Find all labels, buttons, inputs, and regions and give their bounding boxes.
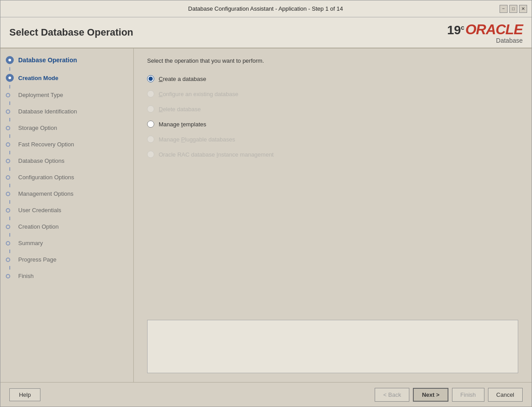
- sidebar-label-creation-mode: Creation Mode: [18, 75, 58, 81]
- sidebar-label-database-operation: Database Operation: [18, 56, 77, 64]
- sidebar-item-fast-recovery-option[interactable]: Fast Recovery Option: [0, 138, 133, 151]
- step-indicator-storage-option: [6, 126, 10, 130]
- sidebar-label-database-options: Database Options: [18, 157, 64, 164]
- sidebar-label-finish: Finish: [18, 273, 34, 279]
- connector: [9, 151, 10, 154]
- sidebar-item-storage-option[interactable]: Storage Option: [0, 121, 133, 134]
- step-indicator-deployment-type: [6, 93, 10, 97]
- bottom-right-controls: < Back Next > Finish Cancel: [375, 388, 523, 402]
- sidebar-label-fast-recovery-option: Fast Recovery Option: [18, 141, 74, 148]
- step-indicator-database-identification: [6, 109, 10, 114]
- connector: [9, 217, 10, 220]
- main-content: Database Operation Creation Mode Deploym…: [0, 48, 532, 382]
- radio-item-manage-pluggable[interactable]: Manage Pluggable databases: [147, 136, 518, 143]
- step-indicator-user-credentials: [6, 208, 10, 213]
- oracle-logo: 19c ORACLE Database: [447, 21, 523, 44]
- sidebar-item-database-operation[interactable]: Database Operation: [0, 53, 133, 67]
- sidebar-item-database-identification[interactable]: Database Identification: [0, 105, 133, 118]
- sidebar-label-database-identification: Database Identification: [18, 108, 77, 115]
- radio-label-delete-database: Delete database: [159, 106, 201, 113]
- sidebar-label-user-credentials: User Credentials: [18, 207, 61, 214]
- step-indicator-finish: [6, 274, 10, 278]
- connector: [9, 85, 10, 89]
- connector: [9, 101, 10, 105]
- radio-item-configure-existing[interactable]: Configure an existing database: [147, 90, 518, 97]
- radio-item-delete-database[interactable]: Delete database: [147, 105, 518, 113]
- window-controls: − □ ✕: [500, 5, 527, 13]
- step-indicator-fast-recovery-option: [6, 142, 10, 147]
- sidebar-item-user-credentials[interactable]: User Credentials: [0, 204, 133, 217]
- radio-configure-existing[interactable]: [147, 90, 154, 97]
- radio-oracle-rac[interactable]: [147, 151, 154, 158]
- sidebar-label-progress-page: Progress Page: [18, 256, 56, 263]
- sidebar-label-deployment-type: Deployment Type: [18, 92, 63, 98]
- instruction-text: Select the operation that you want to pe…: [147, 57, 518, 64]
- sidebar-label-storage-option: Storage Option: [18, 125, 57, 131]
- step-indicator-progress-page: [6, 258, 10, 262]
- title-bar: Database Configuration Assistant - Appli…: [0, 0, 532, 17]
- sidebar-label-creation-option: Creation Option: [18, 223, 59, 230]
- header: Select Database Operation 19c ORACLE Dat…: [0, 17, 532, 48]
- oracle-version: 19c: [447, 23, 464, 37]
- radio-create-database[interactable]: [147, 75, 154, 82]
- oracle-db-label: Database: [496, 37, 523, 44]
- radio-item-manage-templates[interactable]: Manage templates: [147, 121, 518, 128]
- sidebar-item-progress-page[interactable]: Progress Page: [0, 253, 133, 266]
- radio-manage-pluggable[interactable]: [147, 136, 154, 143]
- window-title: Database Configuration Assistant - Appli…: [32, 5, 500, 12]
- main-window: Database Configuration Assistant - Appli…: [0, 0, 532, 407]
- connector: [9, 184, 10, 187]
- maximize-button[interactable]: □: [509, 5, 517, 13]
- connector: [9, 167, 10, 171]
- sidebar-label-summary: Summary: [18, 240, 43, 246]
- connector: [9, 118, 10, 121]
- radio-label-manage-pluggable: Manage Pluggable databases: [159, 136, 235, 143]
- help-button[interactable]: Help: [9, 388, 40, 401]
- sidebar-label-management-options: Management Options: [18, 190, 73, 197]
- sidebar-item-creation-mode[interactable]: Creation Mode: [0, 71, 133, 85]
- sidebar-item-deployment-type[interactable]: Deployment Type: [0, 89, 133, 101]
- radio-label-manage-templates: Manage templates: [159, 121, 206, 128]
- step-indicator-creation-mode: [6, 74, 14, 82]
- radio-group: Create a database Configure an existing …: [147, 75, 518, 158]
- step-indicator-creation-option: [6, 225, 10, 229]
- connector: [9, 67, 10, 71]
- connector: [9, 134, 10, 138]
- sidebar-item-creation-option[interactable]: Creation Option: [0, 220, 133, 233]
- step-indicator-configuration-options: [6, 175, 10, 180]
- sidebar: Database Operation Creation Mode Deploym…: [0, 48, 134, 382]
- sidebar-item-database-options[interactable]: Database Options: [0, 154, 133, 167]
- step-indicator-management-options: [6, 192, 10, 196]
- bottom-left-controls: Help: [9, 388, 40, 401]
- description-box: [147, 320, 518, 373]
- radio-item-oracle-rac[interactable]: Oracle RAC database Instance management: [147, 151, 518, 158]
- radio-item-create-database[interactable]: Create a database: [147, 75, 518, 82]
- radio-label-create-database: Create a database: [159, 76, 206, 82]
- connector: [9, 233, 10, 237]
- sidebar-item-configuration-options[interactable]: Configuration Options: [0, 171, 133, 184]
- radio-manage-templates[interactable]: [147, 121, 154, 128]
- sidebar-item-finish[interactable]: Finish: [0, 270, 133, 282]
- cancel-button[interactable]: Cancel: [488, 388, 523, 402]
- back-button[interactable]: < Back: [375, 388, 409, 402]
- step-indicator-database-operation: [6, 56, 14, 64]
- sidebar-label-configuration-options: Configuration Options: [18, 174, 74, 181]
- next-button[interactable]: Next >: [413, 388, 448, 402]
- close-button[interactable]: ✕: [519, 5, 527, 13]
- radio-label-oracle-rac: Oracle RAC database Instance management: [159, 151, 274, 158]
- content-area: Select the operation that you want to pe…: [134, 48, 532, 382]
- minimize-button[interactable]: −: [500, 5, 508, 13]
- sidebar-item-summary[interactable]: Summary: [0, 237, 133, 250]
- bottom-bar: Help < Back Next > Finish Cancel: [0, 382, 532, 407]
- sidebar-item-management-options[interactable]: Management Options: [0, 187, 133, 200]
- step-indicator-summary: [6, 241, 10, 246]
- page-title: Select Database Operation: [9, 27, 133, 38]
- radio-delete-database[interactable]: [147, 105, 154, 113]
- oracle-brand: ORACLE: [465, 21, 523, 38]
- radio-label-configure-existing: Configure an existing database: [159, 91, 238, 97]
- connector: [9, 200, 10, 204]
- connector: [9, 250, 10, 253]
- finish-button[interactable]: Finish: [452, 388, 484, 402]
- step-indicator-database-options: [6, 159, 10, 163]
- connector: [9, 266, 10, 270]
